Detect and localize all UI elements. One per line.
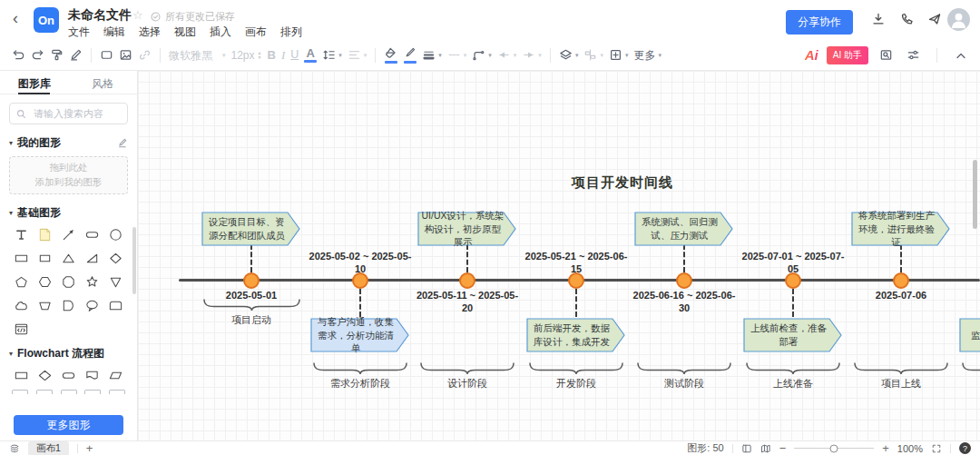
share-collaborate-button[interactable]: 分享协作 [786,10,853,35]
format-painter-icon[interactable] [50,48,64,62]
favorite-star-icon[interactable]: ☆ [132,8,143,22]
section-my-shapes[interactable]: ▾ 我的图形 [0,130,137,154]
shape-rectangle[interactable] [13,250,29,266]
milestone-1-circle[interactable] [243,272,260,289]
undo-icon[interactable] [12,48,25,62]
shape-style-icon[interactable] [100,48,113,62]
milestone-5-circle[interactable] [676,272,692,289]
section-basic-shapes[interactable]: ▾ 基础图形 [0,200,137,224]
shape-half-round[interactable] [60,297,76,313]
shape-inverted-triangle[interactable] [108,273,124,290]
phase-brace[interactable] [313,361,407,380]
zoom-in-button[interactable]: + [882,441,889,455]
shape-decision[interactable] [36,367,53,383]
ai-assistant-badge[interactable]: AI 助手 [827,46,868,64]
milestone-5-flag[interactable]: 系统测试、回归测试、压力测试 [634,212,734,246]
menu-item-7[interactable]: 排列 [280,25,302,40]
shape-arrow-line[interactable] [60,226,76,242]
tab-图形库[interactable]: 图形库 [0,71,69,94]
shape-right-triangle[interactable] [84,250,101,266]
phone-icon[interactable] [899,12,914,26]
tab-风格[interactable]: 风格 [69,71,138,94]
milestone-8-flag[interactable]: 监 [959,318,980,352]
minimap-icon[interactable] [760,443,771,454]
search-input[interactable] [32,107,122,120]
section-flowchart[interactable]: ▾ Flowchart 流程图 [0,341,137,365]
italic-button[interactable]: I [281,49,285,61]
shape-search[interactable] [9,103,128,124]
layer-icon[interactable]: ▾ [559,48,579,62]
zoom-out-button[interactable]: − [779,441,787,455]
tune-icon[interactable] [906,48,920,62]
underline-button[interactable]: U [290,49,299,61]
shape-trapezoid[interactable] [36,297,53,313]
arrow-start-icon[interactable]: ▾ [497,48,517,62]
canvas-vertical-scrollbar[interactable] [973,160,977,229]
shape-pill[interactable] [84,226,101,242]
redo-icon[interactable] [31,48,44,62]
align-objects-icon[interactable]: ▾ [583,48,603,62]
line-height-icon[interactable]: ▾ [322,48,342,62]
phase-brace[interactable] [854,361,948,380]
shape-code-block[interactable] [13,321,29,337]
menu-item-3[interactable]: 选择 [139,25,161,40]
phase-brace[interactable] [637,361,731,380]
milestone-4-flag[interactable]: 前后端开发，数据库设计，集成开发 [526,318,626,352]
milestone-6-date[interactable]: 2025-07-01 ~ 2025-07-05 [740,250,846,276]
line-style-icon[interactable]: ▾ [447,48,467,62]
image-icon[interactable] [119,48,132,62]
shape-pentagon[interactable] [13,273,29,290]
autosize-icon[interactable]: ▾ [609,48,629,62]
phase-brace[interactable] [420,361,514,380]
send-icon[interactable] [927,12,942,26]
font-color-button[interactable]: A [304,47,317,63]
fullscreen-icon[interactable] [931,443,942,454]
milestone-5-date[interactable]: 2025-06-16 ~ 2025-06-30 [632,289,737,315]
more-shapes-button[interactable]: 更多图形 [14,415,123,435]
phase-brace[interactable] [746,361,840,380]
zoom-slider-knob[interactable] [830,444,838,452]
shape-cloud[interactable] [13,297,29,313]
canvas[interactable]: 项目开发时间线 设定项目目标、资源分配和团队成员2025-05-01项目启动与客… [138,71,980,440]
link-icon[interactable] [138,48,152,62]
shape-callout[interactable] [84,297,101,313]
milestone-2-flag[interactable]: 与客户沟通，收集需求，分析功能清单 [310,318,410,352]
shape-triangle[interactable] [60,250,76,266]
fill-color-icon[interactable] [384,46,397,64]
phase-brace[interactable] [962,361,980,380]
menu-item-6[interactable]: 画布 [245,25,267,40]
app-logo[interactable]: On [34,7,59,33]
shape-octagon[interactable] [60,273,76,290]
document-title[interactable]: 未命名文件 [68,7,132,24]
more-menu[interactable]: 更多▾ [633,50,662,61]
shape-sticky-note[interactable] [36,226,53,242]
bold-button[interactable]: B [268,49,276,61]
clear-format-icon[interactable] [69,48,83,62]
line-width-icon[interactable]: ▾ [422,48,442,62]
milestone-7-flag[interactable]: 将系统部署到生产环境，进行最终验证 [851,212,951,246]
my-shapes-dropzone[interactable]: 拖到此处 添加到我的图形 [9,156,128,194]
arrow-end-icon[interactable]: ▾ [522,48,542,62]
find-template-icon[interactable] [879,48,893,62]
menu-item-2[interactable]: 编辑 [103,25,125,40]
avatar[interactable] [947,8,970,31]
zoom-slider[interactable] [794,448,874,449]
milestone-1-date[interactable]: 2025-05-01 [221,289,281,302]
shape-text[interactable] [13,226,29,242]
canvas-tab[interactable]: 画布1 [28,441,69,455]
shape-process[interactable] [13,367,29,383]
milestone-7-circle[interactable] [893,272,909,289]
sidebar-scrollbar[interactable] [132,227,136,294]
milestone-6-flag[interactable]: 上线前检查，准备部署 [743,318,843,352]
text-align-icon[interactable]: ▾ [348,48,368,62]
milestone-3-date[interactable]: 2025-05-11 ~ 2025-05-20 [415,289,520,315]
board-icon[interactable] [741,443,752,454]
shape-star[interactable] [84,273,101,290]
add-canvas-button[interactable]: + [86,441,93,455]
shape-rectangle-2[interactable] [36,250,53,266]
milestone-2-date[interactable]: 2025-05-02 ~ 2025-05-10 [308,250,413,276]
phase-brace[interactable] [529,361,623,380]
milestone-3-circle[interactable] [459,272,475,289]
milestone-7-date[interactable]: 2025-07-06 [871,289,931,302]
shape-rounded-top-rect[interactable] [108,297,124,313]
